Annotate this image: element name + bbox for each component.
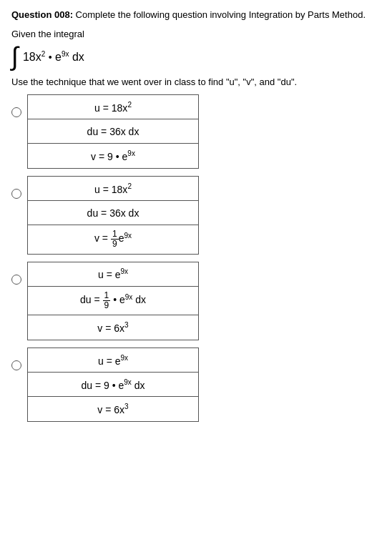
- option-box-c: u = e9x du = 19 • e9x dx v = 6x3: [27, 262, 199, 340]
- question-text: Complete the following question involvin…: [76, 9, 366, 20]
- integral-display: ∫ 18x2 • e9x dx: [11, 44, 381, 69]
- radio-c[interactable]: [11, 275, 21, 285]
- option-b-row1: u = 18x2: [28, 177, 198, 201]
- option-c-row2: du = 19 • e9x dx: [28, 287, 198, 315]
- option-a-row2: du = 36x dx: [28, 119, 198, 144]
- option-box-a: u = 18x2 du = 36x dx v = 9 • e9x: [27, 94, 199, 169]
- option-d-row1: u = e9x: [28, 348, 198, 373]
- option-a-row3: v = 9 • e9x: [28, 144, 198, 168]
- integral-symbol: ∫: [11, 44, 19, 69]
- option-c-row1: u = e9x: [28, 262, 198, 287]
- radio-d[interactable]: [11, 360, 21, 370]
- option-box-d: u = e9x du = 9 • e9x dx v = 6x3: [27, 348, 199, 422]
- radio-b[interactable]: [11, 189, 21, 199]
- option-d-row3: v = 6x3: [28, 397, 198, 421]
- option-row-a[interactable]: u = 18x2 du = 36x dx v = 9 • e9x: [11, 94, 381, 169]
- options-list: u = 18x2 du = 36x dx v = 9 • e9x u = 18x…: [11, 94, 381, 422]
- question-number: Question 008:: [11, 9, 73, 20]
- option-row-d[interactable]: u = e9x du = 9 • e9x dx v = 6x3: [11, 348, 381, 422]
- question-header: Question 008: Complete the following que…: [11, 9, 381, 21]
- option-a-row1: u = 18x2: [28, 95, 198, 119]
- instruction-text: Use the technique that we went over in c…: [11, 77, 381, 87]
- option-row-b[interactable]: u = 18x2 du = 36x dx v = 19e9x: [11, 176, 381, 254]
- given-integral-label: Given the integral: [11, 29, 381, 39]
- option-d-row2: du = 9 • e9x dx: [28, 373, 198, 397]
- option-row-c[interactable]: u = e9x du = 19 • e9x dx v = 6x3: [11, 262, 381, 340]
- radio-a[interactable]: [11, 107, 21, 117]
- option-box-b: u = 18x2 du = 36x dx v = 19e9x: [27, 176, 199, 254]
- option-c-row3: v = 6x3: [28, 315, 198, 340]
- option-b-row3: v = 19e9x: [28, 225, 198, 253]
- option-b-row2: du = 36x dx: [28, 201, 198, 225]
- integral-expression: 18x2 • e9x dx: [23, 50, 84, 64]
